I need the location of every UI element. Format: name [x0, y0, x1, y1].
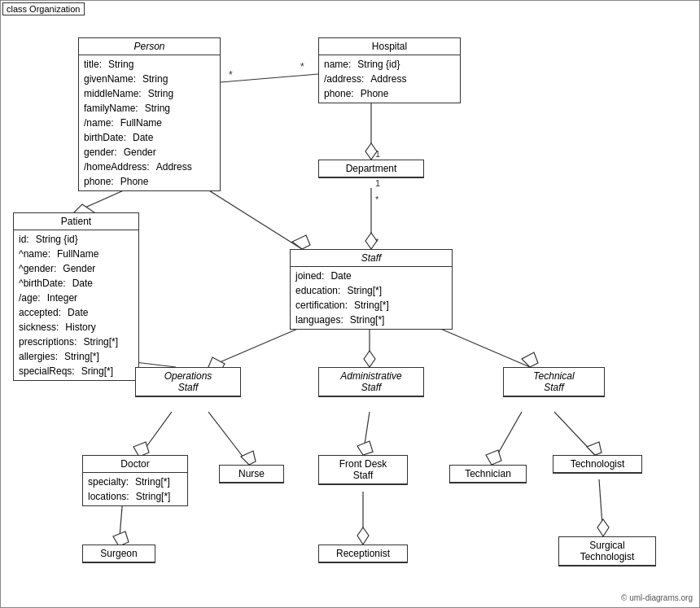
svg-line-38 — [599, 479, 603, 536]
svg-line-30 — [492, 412, 522, 465]
surgeon-title: Surgeon — [83, 545, 155, 562]
svg-text:*: * — [229, 69, 233, 81]
department-class: Department — [318, 160, 424, 178]
patient-attrs: id:String {id} ^name:FullName ^gender:Ge… — [14, 230, 138, 380]
diagram: class Organization * * 1 * 1 * * * — [0, 0, 700, 608]
hospital-attrs: name:String {id} /address:Address phone:… — [319, 55, 460, 103]
svg-marker-33 — [587, 442, 602, 455]
svg-marker-29 — [357, 441, 373, 455]
technical-staff-class: Technical Staff — [503, 367, 605, 397]
svg-marker-37 — [357, 527, 369, 545]
front-desk-staff-title: Front Desk Staff — [319, 456, 407, 484]
corner-label: class Organization — [2, 2, 85, 15]
svg-text:*: * — [375, 195, 379, 204]
svg-line-28 — [363, 412, 370, 455]
svg-marker-21 — [364, 351, 375, 367]
surgical-technologist-title: Surgical Technologist — [559, 537, 655, 566]
svg-marker-27 — [241, 451, 256, 465]
admin-staff-class: Administrative Staff — [318, 367, 424, 397]
svg-text:*: * — [375, 237, 379, 247]
person-attrs: title:String givenName:String middleName… — [79, 55, 220, 190]
receptionist-class: Receptionist — [318, 545, 408, 563]
technician-class: Technician — [449, 465, 527, 483]
receptionist-title: Receptionist — [319, 545, 407, 562]
svg-line-0 — [221, 74, 318, 82]
nurse-class: Nurse — [219, 465, 284, 483]
technical-staff-title: Technical Staff — [504, 368, 604, 396]
person-title: Person — [79, 38, 220, 55]
staff-attrs: joined:Date education:String[*] certific… — [291, 267, 452, 329]
doctor-title: Doctor — [83, 456, 187, 473]
svg-marker-31 — [486, 450, 501, 465]
operations-staff-class: Operations Staff — [135, 367, 241, 397]
svg-line-32 — [554, 412, 595, 455]
svg-marker-14 — [292, 235, 310, 249]
technologist-title: Technologist — [553, 456, 641, 473]
patient-title: Patient — [14, 213, 138, 230]
surgeon-class: Surgeon — [82, 545, 155, 563]
technologist-class: Technologist — [553, 455, 642, 474]
svg-marker-23 — [522, 352, 538, 367]
svg-marker-4 — [365, 143, 377, 160]
hospital-title: Hospital — [319, 38, 460, 55]
svg-text:1: 1 — [375, 149, 380, 159]
department-title: Department — [319, 160, 423, 177]
svg-text:1: 1 — [375, 178, 380, 188]
svg-marker-39 — [597, 519, 609, 536]
nurse-title: Nurse — [220, 466, 283, 483]
staff-title: Staff — [291, 250, 452, 267]
surgical-technologist-class: Surgical Technologist — [558, 536, 656, 566]
front-desk-staff-class: Front Desk Staff — [318, 455, 408, 485]
technician-title: Technician — [450, 466, 526, 483]
svg-line-26 — [208, 412, 249, 465]
person-class: Person title:String givenName:String mid… — [78, 37, 221, 191]
svg-text:*: * — [300, 61, 304, 72]
doctor-class: Doctor specialty:String[*] locations:Str… — [82, 455, 188, 506]
svg-marker-8 — [365, 233, 377, 249]
copyright: © uml-diagrams.org — [621, 593, 693, 602]
admin-staff-title: Administrative Staff — [319, 368, 423, 396]
svg-line-24 — [139, 412, 172, 457]
doctor-attrs: specialty:String[*] locations:String[*] — [83, 473, 187, 505]
patient-class: Patient id:String {id} ^name:FullName ^g… — [13, 212, 139, 381]
hospital-class: Hospital name:String {id} /address:Addre… — [318, 37, 461, 103]
operations-staff-title: Operations Staff — [136, 368, 240, 396]
staff-class: Staff joined:Date education:String[*] ce… — [290, 249, 453, 330]
